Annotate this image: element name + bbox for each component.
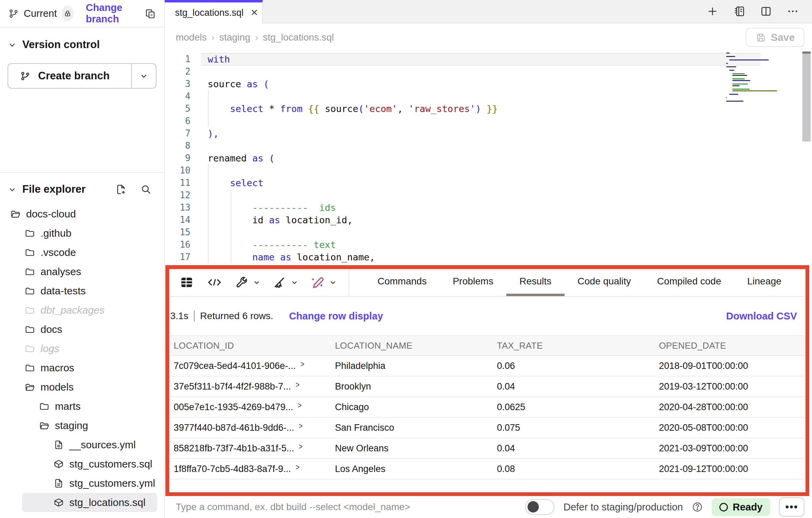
cell-opened-date: 2019-03-12T00:00:00 (655, 376, 806, 397)
statusbar-more-button[interactable]: ••• (779, 497, 804, 517)
tree-item-label: stg_customers.sql (69, 458, 152, 470)
folder-icon (25, 228, 35, 238)
code-editor[interactable]: 1with23source as (45 select * from {{ so… (165, 52, 812, 265)
command-input[interactable] (176, 502, 516, 513)
minimap-line (732, 75, 747, 76)
tree-item-stg-locations-sql[interactable]: stg_locations.sql (22, 493, 157, 512)
tree-item--vscode[interactable]: .vscode (0, 243, 164, 262)
panel-tab-code-quality[interactable]: Code quality (565, 269, 644, 296)
tree-item-label: stg_customers.yml (69, 477, 155, 489)
scrollbar-thumb[interactable] (802, 54, 811, 142)
version-control-header[interactable]: Version control (0, 34, 164, 56)
tree-item-macros[interactable]: macros (0, 358, 164, 378)
format-broom-icon[interactable] (272, 275, 299, 289)
tree-item-stg-customers-yml[interactable]: stg_customers.yml (0, 474, 164, 493)
code-token: ( (358, 103, 364, 114)
search-icon[interactable] (140, 184, 152, 195)
split-pane-icon[interactable] (760, 5, 772, 18)
breadcrumb-item[interactable]: staging (219, 32, 250, 43)
column-header[interactable]: TAX_RATE (493, 335, 655, 356)
branch-lock-badge (62, 5, 73, 21)
row-expand-chevron[interactable]: > (298, 401, 302, 410)
panel-toolbar-icons (170, 269, 337, 296)
git-branch-icon (20, 71, 31, 81)
cell-location-name: New Orleans (331, 438, 493, 459)
status-circle-icon (719, 503, 728, 511)
tree-item-analyses[interactable]: analyses (0, 262, 164, 281)
minimap-line (729, 59, 769, 60)
code-line-content: ), (190, 128, 219, 139)
code-line: 16 ---------- text (165, 238, 498, 251)
create-branch-dropdown[interactable] (131, 64, 156, 88)
column-header[interactable]: LOCATION_ID (170, 335, 331, 356)
code-line-content: select * from {{ source('ecom', 'raw_sto… (190, 103, 498, 114)
panel-tab-lineage[interactable]: Lineage (734, 269, 794, 296)
new-file-icon[interactable] (115, 184, 127, 195)
minimap-line (732, 90, 777, 91)
current-branch-label: Current (24, 8, 57, 19)
code-token: select (230, 103, 264, 114)
code-preview-icon[interactable] (206, 275, 223, 289)
tab-stg-locations[interactable]: stg_locations.sql ✕ (165, 0, 263, 23)
panel-tab-compiled-code[interactable]: Compiled code (644, 269, 734, 296)
build-wrench-icon[interactable] (235, 275, 261, 289)
results-grid-icon[interactable] (179, 275, 194, 290)
defer-toggle[interactable] (525, 499, 555, 515)
tree-item-staging[interactable]: staging (0, 416, 164, 435)
column-header[interactable]: LOCATION_NAME (331, 335, 493, 356)
help-circle-icon[interactable] (692, 502, 703, 513)
code-token: ), (208, 128, 219, 139)
breadcrumb-item[interactable]: stg_locations.sql (263, 32, 334, 43)
folder-icon (25, 305, 35, 315)
change-row-display-link[interactable]: Change row display (289, 311, 383, 322)
tree-item-marts[interactable]: marts (0, 397, 164, 416)
row-expand-chevron[interactable]: > (295, 380, 299, 390)
row-expand-chevron[interactable]: > (300, 359, 304, 369)
create-branch-button[interactable]: Create branch (8, 64, 131, 88)
location-id-value: 7c079cea-5ed4-4101-906e-... (174, 361, 296, 371)
row-expand-chevron[interactable]: > (299, 442, 303, 451)
minimap-line (732, 83, 748, 85)
cell-location-name: Brooklyn (331, 376, 493, 397)
editor-scrollbar[interactable] (802, 52, 811, 265)
tree-item-models[interactable]: models (0, 378, 164, 397)
panel-tab-problems[interactable]: Problems (440, 269, 506, 296)
tree-item-data-tests[interactable]: data-tests (0, 281, 164, 301)
panel-tab-results[interactable]: Results (506, 269, 564, 296)
download-csv-link[interactable]: Download CSV (726, 311, 797, 322)
new-tab-plus-icon[interactable] (706, 5, 719, 18)
save-button[interactable]: Save (746, 28, 804, 47)
tree-item--sources-yml[interactable]: __sources.yml (0, 435, 164, 454)
location-id-value: 005e7e1c-1935-4269-b479... (174, 402, 293, 413)
code-token: as (269, 215, 280, 225)
code-line: 13 ---------- ids (165, 201, 498, 214)
copy-icon[interactable] (144, 8, 156, 19)
change-branch-link[interactable]: Change branch (86, 2, 140, 25)
file-explorer-header[interactable]: File explorer (0, 178, 164, 200)
toolbar-divider (349, 269, 349, 296)
tree-item-docs-cloud[interactable]: docs-cloud (0, 204, 164, 224)
row-expand-chevron[interactable]: > (295, 462, 299, 472)
save-floppy-icon (755, 32, 766, 43)
more-options-icon[interactable] (787, 5, 799, 18)
table-row: 37e5f311-b7f4-4f2f-988b-7...>Brooklyn0.0… (170, 376, 806, 397)
row-expand-chevron[interactable]: > (299, 421, 303, 431)
tab-close-icon[interactable]: ✕ (251, 8, 258, 18)
column-header[interactable]: OPENED_DATE (655, 335, 806, 356)
tree-item-logs[interactable]: logs (0, 339, 164, 358)
tree-item-label: models (40, 381, 74, 393)
tree-item-docs[interactable]: docs (0, 320, 164, 339)
file-explorer-actions (115, 184, 156, 195)
notebook-icon[interactable] (733, 5, 745, 18)
cell-opened-date: 2020-05-08T00:00:00 (655, 418, 806, 438)
code-line: 6 (165, 115, 498, 127)
tree-item-stg-customers-sql[interactable]: stg_customers.sql (0, 454, 164, 474)
code-token: , (397, 103, 409, 114)
code-line-content: with (190, 54, 230, 65)
breadcrumb-item[interactable]: models (176, 32, 207, 43)
panel-tab-commands[interactable]: Commands (364, 269, 440, 296)
file-explorer-title: File explorer (22, 183, 85, 195)
tree-item-dbt-packages[interactable]: dbt_packages (0, 301, 164, 320)
copilot-magic-pen-icon[interactable] (310, 275, 337, 290)
tree-item--github[interactable]: .github (0, 224, 164, 243)
